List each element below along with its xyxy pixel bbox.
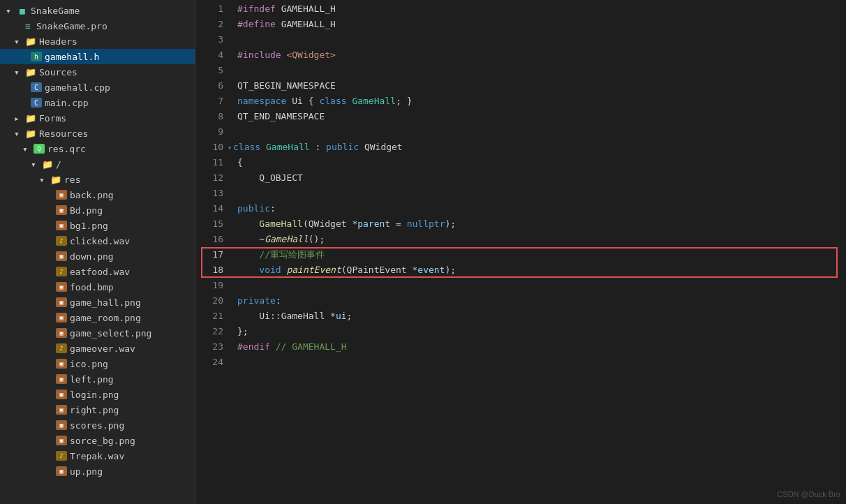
file-icon-img: ▣ — [56, 390, 67, 399]
sidebar-item-slash[interactable]: ▾📁/ — [0, 156, 195, 172]
sidebar-item-sources[interactable]: ▾📁Sources — [0, 64, 195, 80]
sidebar-item-sorce-bg-png[interactable]: ▣sorce_bg.png — [0, 433, 195, 448]
sidebar-item-eatfood-wav[interactable]: ♪eatfood.wav — [0, 264, 195, 279]
sidebar-item-gamehall-cpp[interactable]: Cgamehall.cpp — [0, 80, 195, 95]
item-label: res — [64, 175, 80, 185]
sidebar-item-up-png[interactable]: ▣up.png — [0, 464, 195, 479]
item-label: login.png — [70, 390, 119, 400]
line-number-15: 15 — [195, 216, 223, 232]
sidebar-item-main-cpp[interactable]: Cmain.cpp — [0, 95, 195, 110]
token: :: — [270, 309, 281, 323]
folder-icon: 📁 — [25, 128, 36, 139]
file-icon-img: ▣ — [56, 374, 67, 384]
line-number-16: 16 — [195, 232, 223, 247]
sidebar-item-resources[interactable]: ▾📁Resources — [0, 126, 195, 141]
code-line-9 — [237, 124, 846, 140]
sidebar-item-right-png[interactable]: ▣right.png — [0, 402, 195, 417]
file-icon-qrc: Q — [34, 144, 45, 154]
line-number-5: 5 — [195, 63, 223, 78]
token — [237, 263, 259, 277]
item-label: bg1.png — [70, 221, 108, 231]
code-lines: #ifndef GAMEHALL_H#define GAMEHALL_H#inc… — [229, 0, 846, 504]
sidebar-item-login-png[interactable]: ▣login.png — [0, 387, 195, 402]
sidebar-item-left-png[interactable]: ▣left.png — [0, 371, 195, 387]
token: // GAMEHALL_H — [270, 340, 347, 354]
sidebar-item-scores-png[interactable]: ▣scores.png — [0, 417, 195, 433]
line-number-13: 13 — [195, 186, 223, 201]
file-icon-img: ▣ — [56, 420, 67, 430]
line-number-7: 7 — [195, 94, 223, 109]
sidebar-item-game-select-png[interactable]: ▣game_select.png — [0, 325, 195, 341]
sidebar-item-food-bmp[interactable]: ▣food.bmp — [0, 279, 195, 295]
item-label: game_room.png — [70, 313, 141, 323]
item-label: Resources — [39, 128, 88, 139]
sidebar-item-trepak-wav[interactable]: ♪Trepak.wav — [0, 448, 195, 464]
code-line-8: QT_END_NAMESPACE — [237, 109, 846, 124]
line-number-4: 4 — [195, 47, 223, 63]
item-label: Forms — [39, 113, 66, 124]
token: nullptr — [407, 217, 445, 231]
code-line-13 — [237, 186, 846, 201]
sidebar-item-res-folder[interactable]: ▾📁res — [0, 172, 195, 187]
token: (); — [309, 232, 325, 246]
code-line-14: public: — [237, 201, 846, 216]
token: Ui — [292, 94, 303, 108]
sidebar-item-forms[interactable]: ▸📁Forms — [0, 110, 195, 126]
file-icon-wav: ♪ — [56, 236, 67, 246]
token: ( — [303, 217, 309, 231]
code-line-15: GameHall(QWidget *parent = nullptr); — [237, 216, 846, 232]
sidebar-item-bg1-png[interactable]: ▣bg1.png — [0, 218, 195, 233]
token: #ifndef — [237, 2, 281, 16]
token: //重写绘图事件 — [259, 248, 325, 262]
line-number-24: 24 — [195, 355, 223, 370]
token: : — [276, 294, 281, 308]
token: paintEvent — [286, 263, 341, 277]
line-number-2: 2 — [195, 17, 223, 32]
sidebar-item-res-qrc[interactable]: ▾Qres.qrc — [0, 141, 195, 156]
file-icon-wav: ♪ — [56, 451, 67, 461]
sidebar-item-gamehall-h[interactable]: hgamehall.h — [0, 49, 195, 64]
item-label: Bd.png — [70, 205, 103, 216]
code-line-11: { — [237, 155, 846, 170]
file-icon-img: ▣ — [56, 190, 67, 200]
sidebar-item-snakegame-pro[interactable]: ≡SnakeGame.pro — [0, 18, 195, 34]
sidebar-item-bd-png[interactable]: ▣Bd.png — [0, 202, 195, 218]
file-icon-img: ▣ — [56, 282, 67, 292]
token: : — [310, 140, 326, 154]
sidebar-item-headers[interactable]: ▾📁Headers — [0, 34, 195, 49]
code-line-3 — [237, 32, 846, 47]
file-icon-img: ▣ — [56, 359, 67, 369]
token: Ui — [259, 309, 270, 323]
line-number-18: 18 — [195, 262, 223, 278]
token: void — [259, 263, 286, 277]
sidebar-item-snakegame-root[interactable]: ▾■SnakeGame — [0, 3, 195, 18]
code-container: 123456789101112131415161718192021222324 … — [195, 0, 846, 504]
sidebar-item-gameover-wav[interactable]: ♪gameover.wav — [0, 341, 195, 356]
item-label: gamehall.h — [45, 52, 99, 62]
token: ; — [347, 309, 352, 323]
item-label: eatfood.wav — [70, 267, 130, 277]
token: : — [270, 202, 276, 216]
sidebar-item-back-png[interactable]: ▣back.png — [0, 187, 195, 202]
sidebar-item-ico-png[interactable]: ▣ico.png — [0, 356, 195, 371]
token: QT_BEGIN_NAMESPACE — [237, 79, 336, 93]
sidebar-item-game-room-png[interactable]: ▣game_room.png — [0, 310, 195, 325]
arrow-icon: ▾ — [36, 174, 47, 185]
token: ); — [445, 217, 456, 231]
arrow-icon: ▾ — [28, 158, 39, 170]
sidebar-item-clicked-wav[interactable]: ♪clicked.wav — [0, 233, 195, 249]
token: GameHall — [266, 140, 310, 154]
collapse-arrow[interactable]: ▾ — [228, 142, 232, 153]
code-line-19 — [237, 278, 846, 293]
file-icon-cpp: C — [31, 82, 42, 92]
item-label: down.png — [70, 251, 114, 262]
sidebar-item-down-png[interactable]: ▣down.png — [0, 249, 195, 264]
file-icon-img: ▣ — [56, 297, 67, 307]
code-line-23: #endif // GAMEHALL_H — [237, 339, 846, 355]
token: GAMEHALL_H — [281, 17, 336, 31]
item-label: sorce_bg.png — [70, 436, 135, 446]
file-tree: ▾■SnakeGame≡SnakeGame.pro▾📁Headershgameh… — [0, 0, 195, 504]
code-line-22: }; — [237, 324, 846, 339]
sidebar-item-game-hall-png[interactable]: ▣game_hall.png — [0, 295, 195, 310]
code-line-1: #ifndef GAMEHALL_H — [237, 1, 846, 17]
